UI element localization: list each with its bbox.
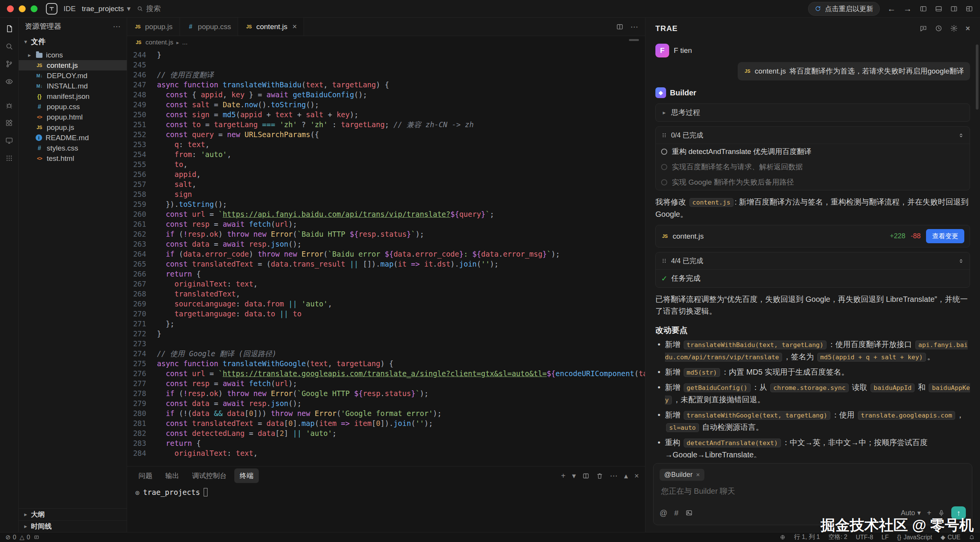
- search-icon[interactable]: [1, 38, 18, 54]
- code-line[interactable]: 248 const { appid, key } = await getBaid…: [127, 90, 645, 100]
- global-search[interactable]: 搜索: [137, 4, 161, 14]
- code-line[interactable]: 246// 使用百度翻译: [127, 70, 645, 80]
- preview-eye-icon[interactable]: [1, 74, 18, 90]
- code-line[interactable]: 261 const resp = await fetch(url);: [127, 219, 645, 229]
- checklist-item[interactable]: 重构 detectAndTranslate 优先调用百度翻译: [656, 144, 970, 159]
- close-window-button[interactable]: [7, 5, 14, 12]
- toggle-bottom-panel-icon[interactable]: [935, 5, 942, 13]
- split-terminal-icon[interactable]: [582, 472, 590, 480]
- code-line[interactable]: 251 const to = targetLang === 'zh' ? 'zh…: [127, 120, 645, 129]
- code-line[interactable]: 275async function translateWithGoogle(te…: [127, 359, 645, 368]
- file-item[interactable]: ▸icons: [19, 50, 127, 60]
- context-hash-icon[interactable]: #: [674, 509, 678, 517]
- customize-layout-icon[interactable]: [965, 5, 973, 13]
- agent-context-chip[interactable]: @Builder ×: [660, 469, 704, 481]
- file-item[interactable]: <>test.html: [19, 153, 127, 164]
- remote-monitor-icon[interactable]: [1, 133, 18, 149]
- code-line[interactable]: 278 if (!resp.ok) throw new Error(`Googl…: [127, 388, 645, 398]
- editor-tab[interactable]: JScontent.js×: [238, 18, 304, 36]
- code-line[interactable]: 265 const translatedText = (data.trans_r…: [127, 259, 645, 269]
- code-line[interactable]: 281 const translatedText = data[0].map(i…: [127, 418, 645, 428]
- code-line[interactable]: 269 sourceLanguage: data.from || 'auto',: [127, 299, 645, 309]
- chat-input-placeholder[interactable]: 您正在与 Builder 聊天: [661, 486, 964, 496]
- code-line[interactable]: 280 if (!(data && data[0])) throw new Er…: [127, 408, 645, 418]
- code-line[interactable]: 245: [127, 60, 645, 70]
- code-line[interactable]: 284 originalText: text,: [127, 448, 645, 458]
- mention-icon[interactable]: @: [660, 509, 667, 517]
- history-icon[interactable]: [935, 25, 942, 32]
- code-line[interactable]: 268 translatedText,: [127, 289, 645, 299]
- file-item[interactable]: {}manifest.json: [19, 91, 127, 102]
- panel-tab[interactable]: 问题: [133, 468, 158, 483]
- sidebar-more-icon[interactable]: ⋯: [113, 22, 121, 31]
- code-line[interactable]: 258 sign: [127, 189, 645, 199]
- code-line[interactable]: 259 }).toString();: [127, 199, 645, 209]
- code-line[interactable]: 254 from: 'auto',: [127, 149, 645, 159]
- code-line[interactable]: 277 const resp = await fetch(url);: [127, 378, 645, 388]
- apps-grid-icon[interactable]: [1, 150, 18, 166]
- panel-tab[interactable]: 终端: [234, 468, 259, 483]
- code-line[interactable]: 273: [127, 339, 645, 349]
- minimize-window-button[interactable]: [19, 5, 26, 12]
- code-line[interactable]: 252 const query = new URLSearchParams({: [127, 129, 645, 139]
- kill-terminal-trash-icon[interactable]: [596, 472, 603, 480]
- panel-tab[interactable]: 输出: [160, 468, 185, 483]
- editor-more-icon[interactable]: ⋯: [630, 22, 638, 31]
- close-tab-icon[interactable]: ×: [292, 22, 297, 31]
- sidebar-section[interactable]: ▸时间线: [19, 520, 127, 532]
- checklist-header[interactable]: 4/4 已完成: [656, 252, 970, 270]
- file-item[interactable]: iREADME.md: [19, 133, 127, 143]
- settings-gear-icon[interactable]: [950, 25, 958, 32]
- terminal-profile-dropdown-icon[interactable]: ▾: [572, 471, 576, 480]
- view-changes-button[interactable]: 查看变更: [926, 229, 964, 243]
- code-line[interactable]: 253 q: text,: [127, 139, 645, 149]
- code-line[interactable]: 250 const sign = md5(appid + text + salt…: [127, 110, 645, 120]
- code-line[interactable]: 267 originalText: text,: [127, 279, 645, 289]
- panel-tab[interactable]: 调试控制台: [187, 468, 232, 483]
- code-line[interactable]: 276 const url = `https://translate.googl…: [127, 368, 645, 378]
- nav-forward-button[interactable]: →: [903, 4, 912, 14]
- code-line[interactable]: 249 const salt = Date.now().toString();: [127, 100, 645, 110]
- code-editor[interactable]: 244}245246// 使用百度翻译247async function tra…: [127, 49, 645, 466]
- source-control-icon[interactable]: [1, 56, 18, 72]
- code-line[interactable]: 282 const detectedLang = data[2] || 'aut…: [127, 428, 645, 438]
- ports-icon[interactable]: [34, 534, 39, 540]
- code-line[interactable]: 247async function translateWithBaidu(tex…: [127, 80, 645, 90]
- code-line[interactable]: 279 const data = await resp.json();: [127, 398, 645, 408]
- problems-summary[interactable]: ⊘ 0 △ 0: [5, 534, 39, 541]
- file-item[interactable]: JSpopup.js: [19, 122, 127, 133]
- file-item[interactable]: <>popup.html: [19, 112, 127, 122]
- code-line[interactable]: 244}: [127, 50, 645, 60]
- code-line[interactable]: 263 const data = await resp.json();: [127, 239, 645, 249]
- toggle-left-sidebar-icon[interactable]: [920, 5, 927, 13]
- code-line[interactable]: 264 if (data.error_code) throw new Error…: [127, 249, 645, 259]
- editor-tab[interactable]: #popup.css: [180, 18, 238, 36]
- cursor-position[interactable]: 行 1, 列 1: [794, 533, 820, 541]
- extensions-icon[interactable]: [1, 115, 18, 131]
- debug-icon[interactable]: [1, 97, 18, 113]
- file-item[interactable]: M↓INSTALL.md: [19, 81, 127, 91]
- code-line[interactable]: 266 return {: [127, 269, 645, 279]
- code-line[interactable]: 271 };: [127, 319, 645, 329]
- notifications-bell-icon[interactable]: [969, 534, 975, 540]
- file-item[interactable]: JScontent.js: [19, 60, 127, 70]
- checklist-item[interactable]: 实现 Google 翻译作为失败后备用路径: [656, 175, 970, 190]
- split-editor-icon[interactable]: [616, 23, 624, 31]
- network-globe-icon[interactable]: [780, 534, 786, 540]
- remove-context-icon[interactable]: ×: [696, 471, 700, 479]
- breadcrumb-more[interactable]: ...: [182, 39, 188, 46]
- zoom-window-button[interactable]: [31, 5, 38, 12]
- file-item[interactable]: #styles.css: [19, 143, 127, 153]
- code-line[interactable]: 260 const url = `https://api.fanyi.baidu…: [127, 209, 645, 219]
- explorer-icon[interactable]: [1, 21, 18, 37]
- ai-conversation[interactable]: F F tien JS content.js 将百度翻译作为首选，若请求失败时再…: [645, 39, 980, 458]
- sidebar-section[interactable]: ▸大纲: [19, 508, 127, 520]
- editor-tab[interactable]: JSpopup.js: [127, 18, 180, 36]
- checklist-header[interactable]: 0/4 已完成: [656, 127, 970, 144]
- file-item[interactable]: #popup.css: [19, 102, 127, 112]
- code-line[interactable]: 262 if (!resp.ok) throw new Error(`Baidu…: [127, 229, 645, 239]
- code-line[interactable]: 270 targetLanguage: data.to || to: [127, 309, 645, 319]
- project-switcher[interactable]: trae_projects ▾: [82, 4, 131, 13]
- checklist-item[interactable]: 实现百度翻译签名与请求、解析返回数据: [656, 159, 970, 175]
- code-line[interactable]: 256 appid,: [127, 169, 645, 179]
